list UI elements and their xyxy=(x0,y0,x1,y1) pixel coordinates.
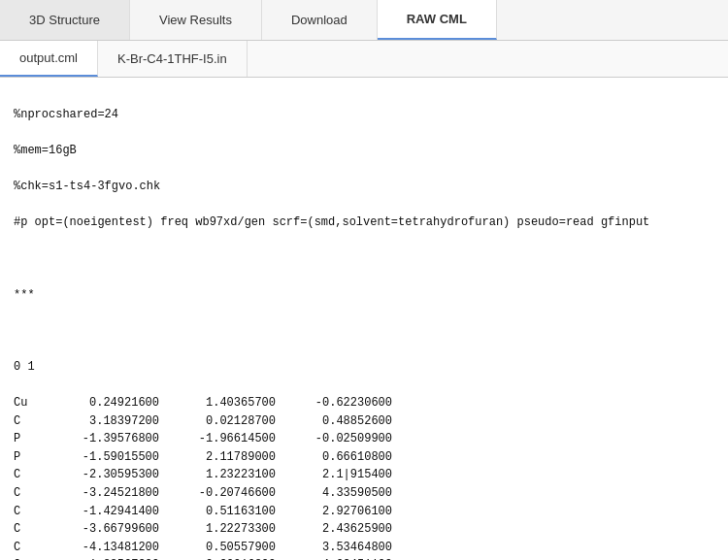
tab-raw-cml[interactable]: RAW CML xyxy=(378,0,497,40)
tab-view-results[interactable]: View Results xyxy=(130,0,262,40)
atom-row: P-1.39576800 -1.96614500 -0.02509900 xyxy=(14,430,714,448)
atom-row: C-1.42941400 0.51163100 2.92706100 xyxy=(14,503,714,521)
atom-z: 0.66610800 xyxy=(276,448,392,467)
file-tab-bar: output.cml K-Br-C4-1THF-I5.in xyxy=(0,41,728,78)
charge-mult-line: 0 1 xyxy=(14,358,714,377)
proc-line: %nprocshared=24 xyxy=(14,106,714,124)
atom-y: 0.51163100 xyxy=(159,503,276,521)
atom-row: C-3.66799600 1.22273300 2.43625900 xyxy=(14,520,714,539)
atom-z: 2.43625900 xyxy=(276,520,392,539)
atom-z: 4.33590500 xyxy=(276,484,392,503)
atom-z: -0.02509900 xyxy=(276,430,392,448)
raw-content-area: %nprocshared=24 %mem=16gB %chk=s1-ts4-3f… xyxy=(0,78,728,560)
file-tab-k-br-c4[interactable]: K-Br-C4-1THF-I5.in xyxy=(98,41,248,77)
atom-row: C-1.88567200 -0.20016800 4.03451100 xyxy=(14,556,714,560)
chk-line: %chk=s1-ts4-3fgvo.chk xyxy=(14,178,714,196)
atom-symbol: C xyxy=(14,556,43,560)
atom-x: 3.18397200 xyxy=(43,412,159,431)
atom-y: 1.40365700 xyxy=(159,394,276,412)
blank-line-2 xyxy=(14,322,714,341)
atom-symbol: C xyxy=(14,520,43,539)
atom-y: -1.96614500 xyxy=(159,430,276,448)
atom-x: -4.13481200 xyxy=(43,539,159,557)
atom-symbol: C xyxy=(14,484,43,503)
atom-y: 2.11789000 xyxy=(159,448,276,467)
atom-symbol: Cu xyxy=(14,394,43,412)
atom-z: 0.48852600 xyxy=(276,412,392,431)
main-tab-bar: 3D Structure View Results Download RAW C… xyxy=(0,0,728,41)
route-line: #p opt=(noeigentest) freq wb97xd/gen scr… xyxy=(14,214,714,232)
atom-x: -1.88567200 xyxy=(43,556,159,560)
blank-line-1 xyxy=(14,249,714,268)
atom-x: -3.24521800 xyxy=(43,484,159,503)
atom-x: 0.24921600 xyxy=(43,394,159,412)
atom-row: C-2.30595300 1.23223100 2.1|915400 xyxy=(14,466,714,484)
file-tab-output-cml[interactable]: output.cml xyxy=(0,41,98,77)
atom-z: 2.1|915400 xyxy=(276,466,392,484)
atom-row: Cu0.24921600 1.40365700 -0.62230600 xyxy=(14,394,714,412)
atom-y: 1.23223100 xyxy=(159,466,276,484)
atom-symbol: C xyxy=(14,412,43,431)
atom-z: 2.92706100 xyxy=(276,503,392,521)
atom-row: C3.18397200 0.02128700 0.48852600 xyxy=(14,412,714,431)
atom-x: -1.39576800 xyxy=(43,430,159,448)
atom-y: -0.20016800 xyxy=(159,556,276,560)
atom-z: 3.53464800 xyxy=(276,539,392,557)
tab-download[interactable]: Download xyxy=(262,0,378,40)
atom-symbol: P xyxy=(14,430,43,448)
atom-y: 0.02128700 xyxy=(159,412,276,431)
atom-z: 4.03451100 xyxy=(276,556,392,560)
atom-z: -0.62230600 xyxy=(276,394,392,412)
atom-row: C-3.24521800 -0.20746600 4.33590500 xyxy=(14,484,714,503)
separator-line: *** xyxy=(14,286,714,305)
atom-y: 0.50557900 xyxy=(159,539,276,557)
atom-symbol: C xyxy=(14,539,43,557)
mem-line: %mem=16gB xyxy=(14,142,714,160)
atom-x: -2.30595300 xyxy=(43,466,159,484)
atom-x: -3.66799600 xyxy=(43,520,159,539)
tab-3d-structure[interactable]: 3D Structure xyxy=(0,0,130,40)
atom-y: 1.22273300 xyxy=(159,520,276,539)
atom-row: C-4.13481200 0.50557900 3.53464800 xyxy=(14,539,714,557)
atom-symbol: C xyxy=(14,503,43,521)
atom-x: -1.59015500 xyxy=(43,448,159,467)
atom-y: -0.20746600 xyxy=(159,484,276,503)
atom-row: P-1.59015500 2.11789000 0.66610800 xyxy=(14,448,714,467)
atom-coordinates-table: Cu0.24921600 1.40365700 -0.62230600C3.18… xyxy=(14,394,714,560)
atom-symbol: C xyxy=(14,466,43,484)
atom-symbol: P xyxy=(14,448,43,467)
atom-x: -1.42941400 xyxy=(43,503,159,521)
